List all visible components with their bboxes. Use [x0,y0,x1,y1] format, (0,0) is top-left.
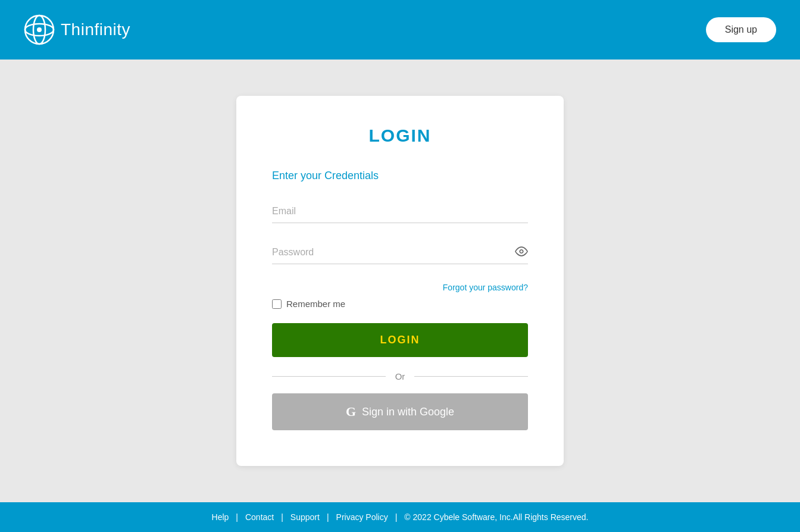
forgot-password-row: Forgot your password? [272,282,528,293]
footer-copyright: © 2022 Cybele Software, Inc.All Rights R… [404,512,588,522]
header: Thinfinity Sign up [0,0,800,60]
signup-button[interactable]: Sign up [706,17,776,42]
credentials-label: Enter your Credentials [272,170,528,182]
remember-me-checkbox[interactable] [272,299,282,309]
google-g-icon: G [346,404,356,420]
or-text: Or [395,371,405,381]
email-input-group [272,200,528,223]
svg-point-4 [520,249,523,253]
email-input[interactable] [272,200,528,223]
footer-privacy-link[interactable]: Privacy Policy [336,512,388,522]
thinfinity-logo-icon [24,14,55,45]
footer-sep-4: | [395,512,398,522]
google-signin-label: Sign in with Google [362,406,454,418]
toggle-password-icon[interactable] [515,245,528,261]
remember-me-label[interactable]: Remember me [286,299,345,309]
remember-me-row: Remember me [272,299,528,309]
login-card: LOGIN Enter your Credentials Forgot your… [236,96,564,466]
logo-text: Thinfinity [61,20,130,39]
footer-sep-1: | [236,512,238,522]
divider-line-left [272,376,386,377]
logo-container: Thinfinity [24,14,130,45]
footer: Help | Contact | Support | Privacy Polic… [0,502,800,532]
footer-sep-2: | [281,512,283,522]
login-button[interactable]: LOGIN [272,323,528,357]
footer-help-link[interactable]: Help [212,512,229,522]
password-input-group [272,241,528,264]
or-divider: Or [272,371,528,381]
password-input[interactable] [272,241,528,264]
login-title: LOGIN [272,126,528,146]
footer-sep-3: | [327,512,329,522]
divider-line-right [414,376,528,377]
main-content: LOGIN Enter your Credentials Forgot your… [0,60,800,502]
footer-support-link[interactable]: Support [290,512,320,522]
google-signin-button[interactable]: G Sign in with Google [272,393,528,430]
footer-contact-link[interactable]: Contact [245,512,274,522]
svg-point-3 [37,27,42,32]
forgot-password-link[interactable]: Forgot your password? [443,283,528,292]
